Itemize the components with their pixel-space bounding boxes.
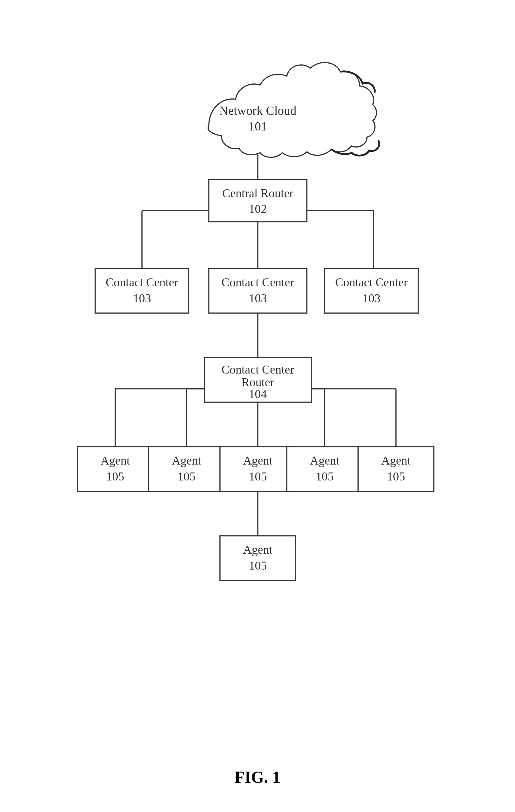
cc-left-node: Contact Center 103 bbox=[95, 268, 189, 313]
cloud-label: Network Cloud bbox=[219, 104, 297, 117]
agent1-id: 105 bbox=[106, 470, 124, 483]
cc-middle-node: Contact Center 103 bbox=[209, 268, 307, 313]
diagram-container: Network Cloud 101 Central Router 102 Con… bbox=[57, 19, 458, 812]
agent1-node: Agent 105 bbox=[77, 447, 153, 491]
agent2-label: Agent bbox=[172, 454, 201, 467]
agent-bottom-node: Agent 105 bbox=[220, 536, 296, 580]
agent4-id: 105 bbox=[316, 470, 334, 483]
agent2-id: 105 bbox=[178, 470, 196, 483]
cc-router-label2: Router bbox=[241, 375, 275, 389]
cc-right-label: Contact Center bbox=[335, 276, 408, 289]
agent3-node: Agent 105 bbox=[220, 447, 296, 491]
central-router-label: Central Router bbox=[222, 186, 293, 200]
cc-router-label1: Contact Center bbox=[222, 363, 294, 376]
agent-bottom-id: 105 bbox=[249, 559, 267, 572]
cloud-node: Network Cloud 101 bbox=[208, 63, 379, 157]
cc-right-node: Contact Center 103 bbox=[325, 268, 418, 313]
agent4-label: Agent bbox=[310, 454, 340, 467]
agent3-id: 105 bbox=[249, 470, 267, 483]
cc-router-id: 104 bbox=[249, 387, 267, 401]
cc-middle-label: Contact Center bbox=[222, 276, 294, 289]
cloud-id: 101 bbox=[249, 119, 267, 133]
central-router-node: Central Router 102 bbox=[209, 179, 307, 222]
cc-middle-id: 103 bbox=[249, 291, 267, 305]
agent4-node: Agent 105 bbox=[287, 447, 363, 491]
agent3-label: Agent bbox=[243, 454, 273, 467]
cc-left-id: 103 bbox=[133, 291, 151, 305]
cc-left-label: Contact Center bbox=[106, 276, 178, 289]
agent5-id: 105 bbox=[387, 470, 405, 483]
agent2-node: Agent 105 bbox=[149, 447, 224, 491]
agent1-label: Agent bbox=[101, 454, 130, 467]
cc-router-node: Contact Center Router 104 bbox=[204, 358, 311, 402]
figure-label: FIG. 1 bbox=[0, 768, 515, 787]
diagram-svg: Network Cloud 101 Central Router 102 Con… bbox=[57, 19, 458, 812]
agent-bottom-label: Agent bbox=[243, 543, 273, 556]
svg-rect-17 bbox=[209, 179, 307, 222]
agent5-label: Agent bbox=[381, 454, 411, 467]
cc-right-id: 103 bbox=[363, 291, 381, 305]
central-router-id: 102 bbox=[249, 202, 267, 215]
agent5-node: Agent 105 bbox=[358, 447, 434, 491]
